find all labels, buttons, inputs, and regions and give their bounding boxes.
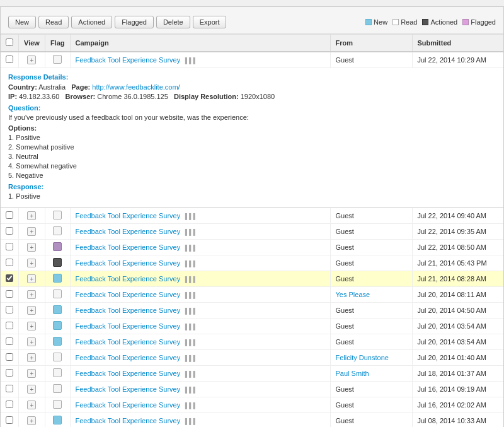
option-1: 1. Positive <box>8 134 496 141</box>
view-icon[interactable]: + <box>27 385 36 394</box>
page-url-link[interactable]: http://www.feedbacklite.com/ <box>92 83 180 91</box>
btn-actioned[interactable]: Actioned <box>71 16 112 28</box>
view-icon[interactable]: + <box>27 369 36 378</box>
row-checkbox[interactable] <box>6 306 13 313</box>
view-icon[interactable]: + <box>27 337 36 346</box>
row-from-cell: Guest <box>330 334 412 350</box>
flag-icon[interactable] <box>53 305 62 314</box>
row-view-cell: + <box>19 208 45 224</box>
view-icon[interactable]: + <box>27 211 36 220</box>
campaign-link[interactable]: Feedback Tool Experience Survey <box>76 354 181 361</box>
option-2: 2. Somewhat positive <box>8 143 496 151</box>
row-checkbox[interactable] <box>6 401 13 408</box>
btn-flagged[interactable]: Flagged <box>115 16 154 28</box>
from-link[interactable]: Yes Please <box>336 291 370 298</box>
view-icon[interactable]: + <box>27 227 36 236</box>
ip-label: IP: <box>8 93 17 100</box>
row-checkbox[interactable] <box>6 274 13 282</box>
row-campaign-cell: Feedback Tool Experience Survey ▐▐▐ <box>70 240 330 255</box>
campaign-link[interactable]: Feedback Tool Experience Survey <box>76 56 181 64</box>
campaign-link[interactable]: Feedback Tool Experience Survey <box>76 417 181 424</box>
flag-icon[interactable] <box>53 400 62 409</box>
row-checkbox[interactable] <box>6 243 13 250</box>
row-checkbox[interactable] <box>6 56 13 63</box>
select-all-checkbox[interactable] <box>6 38 13 46</box>
campaign-link[interactable]: Feedback Tool Experience Survey <box>76 307 181 314</box>
flag-icon[interactable] <box>53 211 62 219</box>
view-icon[interactable]: + <box>27 56 36 64</box>
row-checkbox-cell <box>1 350 19 366</box>
btn-export[interactable]: Export <box>193 16 227 28</box>
view-icon[interactable]: + <box>27 322 36 330</box>
campaign-link[interactable]: Feedback Tool Experience Survey <box>76 212 181 219</box>
btn-new[interactable]: New <box>8 16 36 28</box>
campaign-link[interactable]: Feedback Tool Experience Survey <box>76 259 181 267</box>
campaign-link[interactable]: Feedback Tool Experience Survey <box>76 401 181 409</box>
row-flag-cell <box>45 255 70 271</box>
campaign-link[interactable]: Feedback Tool Experience Survey <box>76 385 181 393</box>
flag-icon[interactable] <box>53 353 62 361</box>
table-row: +Feedback Tool Experience Survey ▐▐▐Gues… <box>1 224 503 240</box>
expanded-detail-row: Response Details: Country: Australia Pag… <box>1 68 503 208</box>
page-label: Page: <box>71 83 90 91</box>
row-checkbox-cell <box>1 382 19 397</box>
view-icon[interactable]: + <box>27 353 36 362</box>
row-checkbox[interactable] <box>6 353 13 361</box>
view-icon[interactable]: + <box>27 416 36 425</box>
table-row: +Feedback Tool Experience Survey ▐▐▐Gues… <box>1 271 503 287</box>
row-checkbox[interactable] <box>6 337 13 345</box>
page-header: New Read Actioned Flagged Delete Export … <box>1 7 503 34</box>
flag-icon[interactable] <box>53 384 62 393</box>
view-icon[interactable]: + <box>27 274 36 283</box>
table-row: +Feedback Tool Experience Survey ▐▐▐Gues… <box>1 240 503 255</box>
campaign-link[interactable]: Feedback Tool Experience Survey <box>76 322 181 330</box>
flag-icon[interactable] <box>53 416 62 424</box>
view-icon[interactable]: + <box>27 401 36 409</box>
flag-icon[interactable] <box>53 242 62 251</box>
from-link[interactable]: Paul Smith <box>336 370 369 377</box>
row-checkbox[interactable] <box>6 385 13 392</box>
row-checkbox[interactable] <box>6 290 13 298</box>
row-checkbox[interactable] <box>6 227 13 235</box>
from-link[interactable]: Felicity Dunstone <box>336 354 389 361</box>
campaign-link[interactable]: Feedback Tool Experience Survey <box>76 291 181 298</box>
row-from-cell: Guest <box>330 224 412 240</box>
row-from-cell: Guest <box>330 208 412 224</box>
flag-icon[interactable] <box>53 368 62 377</box>
row-checkbox[interactable] <box>6 259 13 266</box>
view-icon[interactable]: + <box>27 259 36 267</box>
legend-flagged: Flagged <box>462 18 496 26</box>
campaign-link[interactable]: Feedback Tool Experience Survey <box>76 370 181 377</box>
legend: New Read Actioned Flagged <box>365 18 496 26</box>
row-checkbox[interactable] <box>6 416 13 424</box>
table-row: +Feedback Tool Experience Survey ▐▐▐Paul… <box>1 366 503 382</box>
col-header-campaign: Campaign <box>70 35 330 52</box>
flag-icon[interactable] <box>53 321 62 330</box>
view-icon[interactable]: + <box>27 306 36 315</box>
btn-read[interactable]: Read <box>38 16 69 28</box>
view-icon[interactable]: + <box>27 290 36 299</box>
bar-chart-icon: ▐▐▐ <box>181 371 195 377</box>
flag-icon[interactable] <box>53 274 62 283</box>
row-from-cell: Guest <box>330 319 412 334</box>
flag-icon[interactable] <box>53 226 62 235</box>
flag-icon[interactable] <box>53 55 62 64</box>
row-flag-cell <box>45 350 70 366</box>
row-checkbox[interactable] <box>6 211 13 219</box>
row-checkbox-cell <box>1 255 19 271</box>
row-checkbox[interactable] <box>6 322 13 329</box>
row-submitted-cell: Jul 20, 2014 03:54 AM <box>412 319 503 334</box>
row-campaign-cell: Feedback Tool Experience Survey ▐▐▐ <box>70 334 330 350</box>
campaign-link[interactable]: Feedback Tool Experience Survey <box>76 338 181 346</box>
flag-icon[interactable] <box>53 337 62 346</box>
view-icon[interactable]: + <box>27 243 36 252</box>
campaign-link[interactable]: Feedback Tool Experience Survey <box>76 228 181 235</box>
campaign-link[interactable]: Feedback Tool Experience Survey <box>76 243 181 251</box>
campaign-link[interactable]: Feedback Tool Experience Survey <box>76 275 181 283</box>
flag-icon[interactable] <box>53 290 62 298</box>
options-label: Options: <box>8 124 496 132</box>
btn-delete[interactable]: Delete <box>156 16 190 28</box>
row-checkbox[interactable] <box>6 369 13 377</box>
flag-icon[interactable] <box>53 258 62 267</box>
row-from-cell: Guest <box>330 52 412 68</box>
